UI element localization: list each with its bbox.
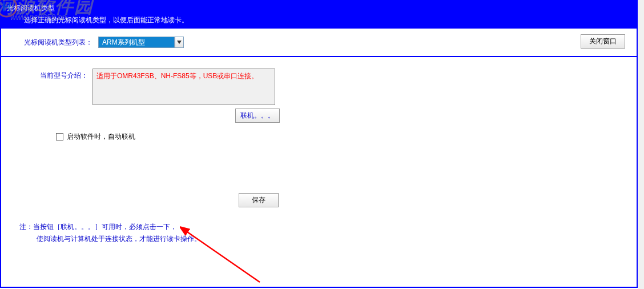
- auto-connect-row: 启动软件时，自动联机: [56, 132, 631, 142]
- save-row: 保存: [239, 193, 631, 207]
- save-button[interactable]: 保存: [239, 193, 279, 207]
- close-window-button[interactable]: 关闭窗口: [581, 34, 625, 49]
- toolbar: 光标阅读机类型列表： ARM系列机型 关闭窗口: [1, 29, 637, 57]
- connect-row: 联机。。。: [235, 109, 631, 123]
- vertical-scrollbar[interactable]: [638, 0, 644, 289]
- model-intro-label: 当前型号介绍：: [35, 69, 88, 81]
- model-intro-textbox[interactable]: 适用于OMR43FSB、NH-FS85等，USB或串口连接。: [92, 69, 275, 105]
- dropdown-selected-value: ARM系列机型: [98, 37, 175, 48]
- model-intro-text: 适用于OMR43FSB、NH-FS85等，USB或串口连接。: [96, 72, 258, 80]
- note-line-1: 注：当按钮［联机。。。］可用时，必须点击一下，: [19, 222, 631, 232]
- chevron-down-icon[interactable]: [175, 37, 184, 48]
- reader-type-label: 光标阅读机类型列表：: [24, 38, 92, 47]
- intro-row: 当前型号介绍： 适用于OMR43FSB、NH-FS85等，USB或串口连接。: [35, 69, 631, 105]
- content-area: 当前型号介绍： 适用于OMR43FSB、NH-FS85等，USB或串口连接。 联…: [1, 57, 637, 250]
- note-text: 注：当按钮［联机。。。］可用时，必须点击一下， 使阅读机与计算机处于连接状态，才…: [19, 222, 631, 244]
- main-window: 光标阅读机类型 选择正确的光标阅读机类型，以便后面能正常地读卡。 光标阅读机类型…: [0, 0, 638, 288]
- window-subtitle: 选择正确的光标阅读机类型，以便后面能正常地读卡。: [24, 15, 631, 25]
- auto-connect-label: 启动软件时，自动联机: [67, 132, 135, 142]
- window-title: 光标阅读机类型: [7, 3, 55, 13]
- note-line-2: 使阅读机与计算机处于连接状态，才能进行读卡操作。: [37, 234, 631, 244]
- connect-button[interactable]: 联机。。。: [235, 109, 280, 123]
- auto-connect-checkbox[interactable]: [56, 133, 63, 141]
- reader-type-dropdown[interactable]: ARM系列机型: [98, 37, 184, 48]
- window-header: 光标阅读机类型 选择正确的光标阅读机类型，以便后面能正常地读卡。: [1, 1, 637, 29]
